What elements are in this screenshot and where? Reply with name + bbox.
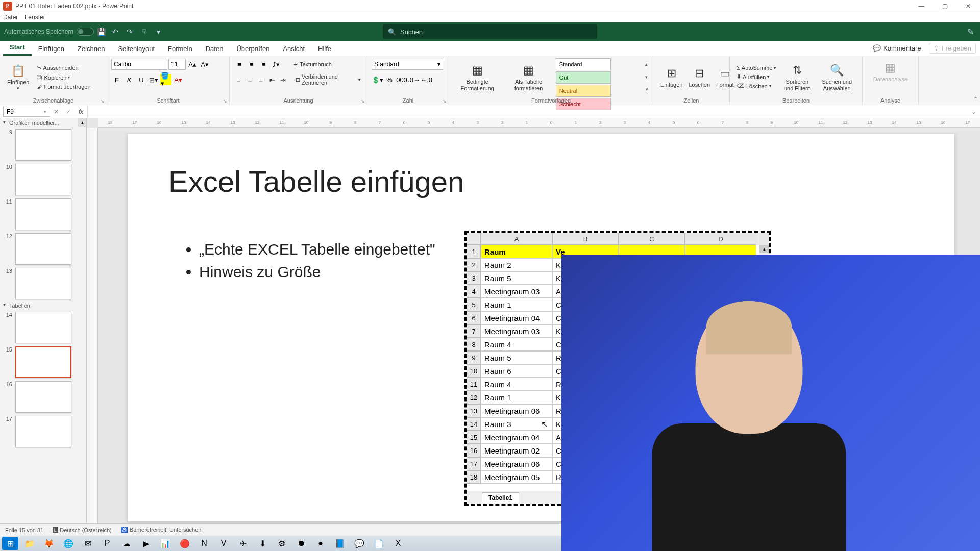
touch-mode-button[interactable]: ☟ bbox=[137, 24, 151, 39]
thumb-preview[interactable] bbox=[15, 312, 71, 343]
cell-A13[interactable]: Meetingraum 06 bbox=[481, 404, 552, 417]
thumb-slide-17[interactable]: 17 bbox=[0, 414, 86, 449]
underline-button[interactable]: U bbox=[136, 74, 147, 85]
taskbar-item-6[interactable]: ☁ bbox=[118, 537, 135, 550]
tab-einfuegen[interactable]: Einfügen bbox=[32, 42, 71, 56]
gallery-up-button[interactable]: ▴ bbox=[645, 62, 649, 67]
fill-button[interactable]: ⬇Ausfüllen▾ bbox=[734, 72, 778, 81]
align-center-button[interactable]: ≡ bbox=[245, 74, 255, 85]
sheet-tab-1[interactable]: Tabelle1 bbox=[482, 492, 519, 503]
thumb-preview[interactable] bbox=[15, 198, 71, 230]
thumb-slide-10[interactable]: 10 bbox=[0, 162, 86, 197]
cut-button[interactable]: ✂Ausschneiden bbox=[34, 64, 93, 72]
find-select-button[interactable]: 🔍Suchen und Auswählen bbox=[816, 58, 858, 96]
cancel-formula-button[interactable]: ✕ bbox=[50, 108, 62, 115]
taskbar-item-19[interactable]: 📄 bbox=[371, 537, 387, 550]
alignment-launcher[interactable]: ↘ bbox=[361, 98, 365, 104]
col-header-d[interactable]: D bbox=[685, 233, 756, 245]
gallery-more-button[interactable]: ⊻ bbox=[645, 87, 649, 92]
wrap-text-button[interactable]: ↵Textumbruch bbox=[291, 60, 334, 69]
format-painter-button[interactable]: 🖌Format übertragen bbox=[34, 83, 93, 91]
taskbar-item-4[interactable]: ✉ bbox=[80, 537, 96, 550]
redo-button[interactable]: ↷ bbox=[122, 24, 137, 39]
cell-A18[interactable]: Meetingraum 05 bbox=[481, 470, 552, 484]
thumb-slide-15[interactable]: 15 bbox=[0, 345, 86, 380]
thumb-slide-13[interactable]: 13 bbox=[0, 266, 86, 301]
qat-customize-button[interactable]: ▾ bbox=[151, 24, 165, 39]
number-launcher[interactable]: ↘ bbox=[443, 98, 447, 104]
taskbar-item-14[interactable]: ⚙ bbox=[274, 537, 290, 550]
style-neutral[interactable]: Neutral bbox=[556, 85, 611, 97]
fx-icon[interactable]: fx bbox=[79, 108, 83, 115]
taskbar-item-20[interactable]: X bbox=[390, 537, 406, 550]
autosum-button[interactable]: ΣAutoSumme▾ bbox=[734, 64, 778, 72]
tab-ansicht[interactable]: Ansicht bbox=[276, 42, 311, 56]
insert-cells-button[interactable]: ⊞Einfügen bbox=[657, 58, 685, 96]
row-header[interactable]: 17 bbox=[467, 457, 481, 470]
cell-styles-gallery[interactable]: Standard Gut Neutral Schlecht bbox=[556, 58, 642, 96]
borders-button[interactable]: ⊞▾ bbox=[148, 74, 159, 85]
font-color-button[interactable]: A▾ bbox=[173, 74, 184, 85]
sort-filter-button[interactable]: ⇅Sortieren und Filtern bbox=[778, 58, 816, 96]
font-launcher[interactable]: ↘ bbox=[223, 98, 227, 104]
tab-ueberpruefen[interactable]: Überprüfen bbox=[230, 42, 276, 56]
taskbar-item-10[interactable]: N bbox=[196, 537, 212, 550]
section-tabellen[interactable]: Tabellen bbox=[0, 301, 86, 310]
decrease-indent-button[interactable]: ⇤ bbox=[267, 74, 277, 85]
editing-mode-button[interactable]: ✎ bbox=[967, 27, 974, 37]
format-as-table-button[interactable]: ▦Als Tabelle formatieren bbox=[504, 58, 552, 96]
taskbar-item-8[interactable]: 📊 bbox=[157, 537, 174, 550]
taskbar-item-0[interactable]: ⊞ bbox=[2, 537, 18, 550]
row-header[interactable]: 14 bbox=[467, 417, 481, 431]
merge-center-button[interactable]: ⊟Verbinden und Zentrieren▾ bbox=[293, 72, 363, 87]
undo-button[interactable]: ↶ bbox=[108, 24, 122, 39]
taskbar-item-12[interactable]: ✈ bbox=[235, 537, 251, 550]
orientation-button[interactable]: ⤴▾ bbox=[271, 59, 282, 70]
row-header[interactable]: 6 bbox=[467, 311, 481, 324]
row-header[interactable]: 15 bbox=[467, 431, 481, 444]
conditional-formatting-button[interactable]: ▦Bedingte Formatierung bbox=[453, 58, 501, 96]
align-right-button[interactable]: ≡ bbox=[256, 74, 266, 85]
number-format-select[interactable]: Standard▾ bbox=[372, 59, 443, 70]
share-button[interactable]: ⇪Freigeben bbox=[929, 43, 976, 54]
cell-A4[interactable]: Meetingraum 03 bbox=[481, 285, 552, 298]
row-header[interactable]: 1 bbox=[467, 245, 481, 258]
name-box[interactable]: F9▾ bbox=[3, 107, 50, 117]
increase-decimal-button[interactable]: .0→ bbox=[408, 74, 420, 85]
cell-A17[interactable]: Meetingraum 06 bbox=[481, 457, 552, 470]
increase-font-button[interactable]: A▴ bbox=[187, 59, 198, 70]
bold-button[interactable]: F bbox=[111, 74, 122, 85]
cell-A2[interactable]: Raum 2 bbox=[481, 258, 552, 271]
thumb-preview[interactable] bbox=[15, 346, 71, 378]
accounting-format-button[interactable]: 💲▾ bbox=[372, 74, 383, 85]
taskbar-item-16[interactable]: ● bbox=[312, 537, 329, 550]
row-header[interactable]: 11 bbox=[467, 378, 481, 391]
align-bottom-button[interactable]: ≡ bbox=[258, 59, 270, 70]
taskbar-item-2[interactable]: 🦊 bbox=[41, 537, 57, 550]
cell-A6[interactable]: Meetingraum 04 bbox=[481, 311, 552, 324]
thumb-preview[interactable] bbox=[15, 268, 71, 299]
thumb-preview[interactable] bbox=[15, 129, 71, 161]
tab-zeichnen[interactable]: Zeichnen bbox=[71, 42, 111, 56]
style-standard[interactable]: Standard bbox=[556, 58, 611, 70]
tab-formeln[interactable]: Formeln bbox=[161, 42, 199, 56]
font-size-input[interactable] bbox=[168, 59, 186, 70]
search-box[interactable]: 🔍 Suchen bbox=[383, 24, 597, 39]
tab-hilfe[interactable]: Hilfe bbox=[311, 42, 338, 56]
col-header-a[interactable]: A bbox=[481, 233, 552, 245]
menu-datei[interactable]: Datei bbox=[3, 14, 17, 21]
cell-A10[interactable]: Raum 6 bbox=[481, 364, 552, 378]
formula-input[interactable] bbox=[87, 105, 968, 118]
decrease-decimal-button[interactable]: ←.0 bbox=[421, 74, 432, 85]
cell-A16[interactable]: Meetingraum 02 bbox=[481, 444, 552, 457]
col-header-b[interactable]: B bbox=[552, 233, 619, 245]
align-left-button[interactable]: ≡ bbox=[234, 74, 244, 85]
row-header[interactable]: 3 bbox=[467, 271, 481, 285]
taskbar-item-15[interactable]: ⏺ bbox=[293, 537, 309, 550]
thumb-preview[interactable] bbox=[15, 416, 71, 447]
cell-A9[interactable]: Raum 5 bbox=[481, 351, 552, 364]
select-all-corner[interactable] bbox=[467, 233, 481, 245]
thumb-slide-16[interactable]: 16 bbox=[0, 380, 86, 414]
row-header[interactable]: 5 bbox=[467, 298, 481, 311]
percent-format-button[interactable]: % bbox=[384, 74, 395, 85]
